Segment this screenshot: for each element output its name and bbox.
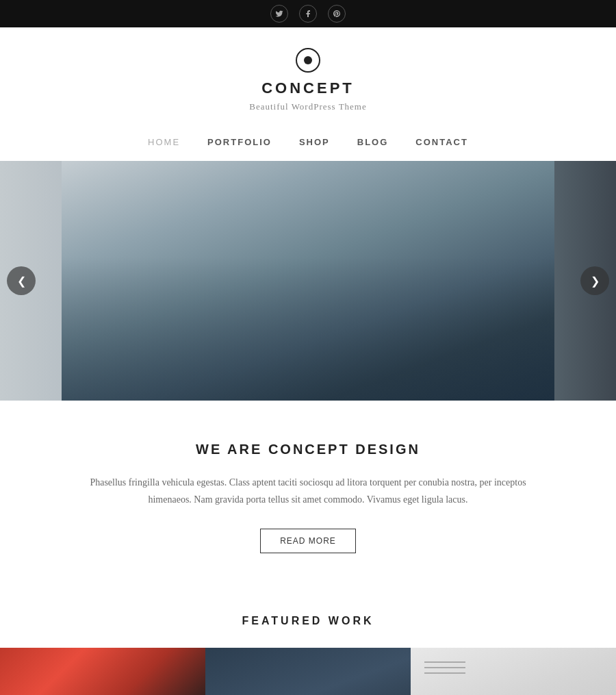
- slider-next-button[interactable]: ❯: [580, 266, 609, 295]
- logo-icon: [296, 48, 320, 73]
- chevron-right-icon: ❯: [591, 275, 600, 288]
- featured-item-2[interactable]: &: [205, 648, 411, 695]
- chevron-left-icon: ❮: [17, 275, 26, 288]
- nav-item-shop[interactable]: SHOP: [299, 137, 330, 147]
- site-title: CONCEPT: [261, 79, 355, 97]
- about-text: Phasellus fringilla vehicula egestas. Cl…: [68, 474, 548, 508]
- hero-slider: ❮ ❯: [0, 161, 616, 401]
- featured-grid: &: [0, 648, 616, 695]
- nav-item-blog[interactable]: BLOG: [357, 137, 389, 147]
- nav-item-home[interactable]: HOME: [148, 137, 180, 147]
- twitter-icon[interactable]: [270, 5, 288, 23]
- margin-lines: [424, 661, 465, 678]
- facebook-icon[interactable]: [299, 5, 317, 23]
- nav-item-portfolio[interactable]: PORTFOLIO: [207, 137, 272, 147]
- slider-prev-button[interactable]: ❮: [7, 266, 36, 295]
- logo-dot: [304, 56, 312, 64]
- about-title: WE ARE CONCEPT DESIGN: [55, 442, 561, 457]
- featured-item-1[interactable]: [0, 648, 205, 695]
- featured-title: FEATURED WORK: [0, 615, 616, 627]
- main-nav: HOME PORTFOLIO SHOP BLOG CONTACT: [0, 126, 616, 161]
- pinterest-icon[interactable]: [328, 5, 346, 23]
- featured-section: FEATURED WORK &: [0, 587, 616, 695]
- nav-item-contact[interactable]: CONTACT: [415, 137, 468, 147]
- read-more-button[interactable]: Read More: [260, 529, 356, 553]
- top-bar: [0, 0, 616, 27]
- about-section: WE ARE CONCEPT DESIGN Phasellus fringill…: [0, 401, 616, 587]
- site-tagline: Beautiful WordPress Theme: [249, 101, 367, 112]
- ampersand-symbol: &: [287, 685, 329, 695]
- featured-item-3[interactable]: [411, 648, 616, 695]
- site-header: CONCEPT Beautiful WordPress Theme: [0, 27, 616, 126]
